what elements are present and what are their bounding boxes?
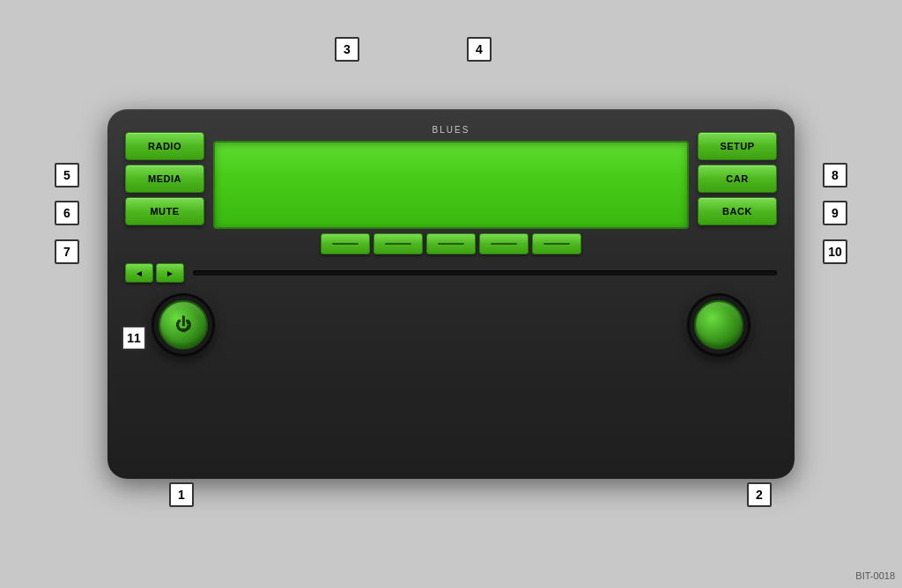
car-button[interactable]: CAR: [698, 165, 777, 193]
soft-key-5[interactable]: [532, 233, 581, 254]
setup-button[interactable]: SETUP: [698, 132, 777, 160]
callout-11: 11: [122, 326, 146, 350]
callout-10: 10: [823, 239, 847, 264]
track-buttons: ◄ ►: [125, 263, 184, 283]
callout-8: 8: [823, 163, 847, 187]
callout-1: 1: [169, 482, 194, 507]
callout-7: 7: [55, 239, 79, 264]
back-button[interactable]: BACK: [698, 197, 777, 225]
radio-button[interactable]: RADIO: [125, 132, 204, 160]
display-area: BLUES: [213, 125, 689, 254]
callout-5: 5: [55, 163, 79, 187]
soft-key-2[interactable]: [373, 233, 423, 254]
callout-9: 9: [823, 201, 847, 225]
callout-4: 4: [467, 37, 492, 62]
next-track-button[interactable]: ►: [156, 263, 184, 283]
media-button[interactable]: MEDIA: [125, 165, 204, 193]
station-label: BLUES: [433, 125, 470, 135]
callout-2: 2: [747, 482, 772, 507]
volume-knob[interactable]: [687, 293, 750, 356]
page-container: RADIO MEDIA MUTE BLUES SETUP CAR: [0, 0, 902, 588]
callout-6: 6: [55, 201, 79, 225]
power-knob-container: ⏻: [152, 293, 215, 356]
cd-slot: [193, 270, 777, 276]
mute-button[interactable]: MUTE: [125, 197, 204, 225]
volume-knob-container: [687, 293, 750, 356]
soft-key-3[interactable]: [426, 233, 476, 254]
bit-label: BIT-0018: [855, 570, 895, 581]
radio-unit: RADIO MEDIA MUTE BLUES SETUP CAR: [107, 109, 795, 479]
bottom-section: ⏻: [125, 293, 777, 356]
main-screen: [213, 141, 689, 229]
top-section: RADIO MEDIA MUTE BLUES SETUP CAR: [125, 125, 777, 254]
prev-track-button[interactable]: ◄: [125, 263, 153, 283]
soft-keys-row: [213, 233, 689, 254]
left-button-group: RADIO MEDIA MUTE: [125, 125, 204, 225]
right-button-group: SETUP CAR BACK: [698, 125, 777, 225]
soft-key-1[interactable]: [321, 233, 370, 254]
power-knob[interactable]: ⏻: [152, 293, 215, 356]
callout-3: 3: [335, 37, 359, 62]
middle-section: ◄ ►: [125, 263, 777, 283]
soft-key-4[interactable]: [479, 233, 529, 254]
power-icon: ⏻: [175, 316, 191, 334]
